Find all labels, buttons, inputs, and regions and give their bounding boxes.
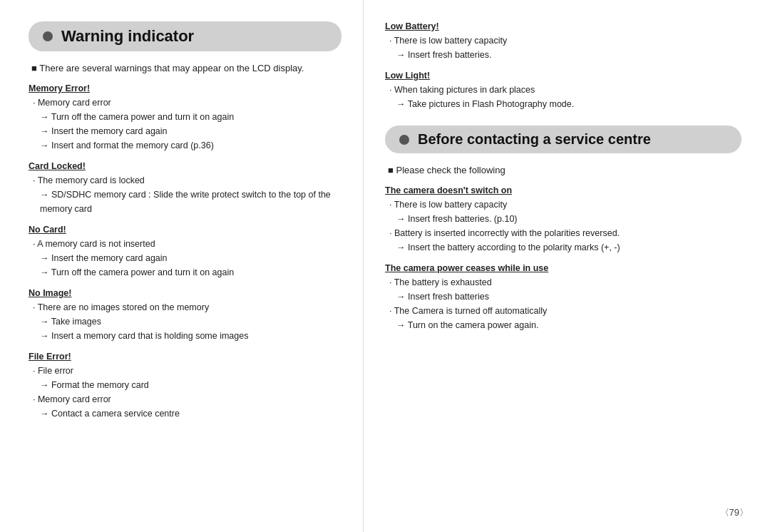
error-block: No Card!A memory card is not inserted→ I…: [29, 225, 342, 280]
error-item: → Turn on the camera power again.: [385, 318, 741, 332]
error-item: → Insert fresh batteries.: [385, 48, 741, 62]
error-item: → Insert and format the memory card (p.3…: [29, 138, 342, 153]
error-title: The camera doesn't switch on: [385, 185, 741, 195]
service-header-dot: [399, 135, 409, 145]
error-block: The camera power ceases while in useThe …: [385, 263, 741, 332]
error-title: Low Battery!: [385, 21, 741, 31]
right-column: Low Battery!There is low battery capacit…: [364, 0, 770, 532]
page: Warning indicator There are several warn…: [0, 0, 770, 532]
error-item: → Format the memory card: [29, 378, 342, 392]
error-title: The camera power ceases while in use: [385, 263, 741, 273]
error-item: → Insert the memory card again: [29, 251, 342, 265]
error-item: There are no images stored on the memory: [29, 300, 342, 314]
error-title: Card Locked!: [29, 161, 342, 171]
service-intro: Please check the following: [385, 165, 741, 175]
error-title: File Error!: [29, 352, 342, 362]
warning-blocks: Memory Error!Memory card error→ Turn off…: [29, 83, 342, 421]
error-item: → Take pictures in Flash Photography mod…: [385, 97, 741, 111]
warning-header: Warning indicator: [29, 21, 342, 51]
error-item: The memory card is locked: [29, 173, 342, 188]
error-item: Memory card error: [29, 392, 342, 406]
error-title: No Image!: [29, 288, 342, 298]
error-item: Memory card error: [29, 96, 342, 110]
error-block: Card Locked!The memory card is locked→ S…: [29, 161, 342, 216]
error-block: File Error!File error→ Format the memory…: [29, 352, 342, 421]
error-title: Memory Error!: [29, 83, 342, 93]
error-title: No Card!: [29, 225, 342, 235]
error-item: → Take images: [29, 314, 342, 329]
error-block: Low Battery!There is low battery capacit…: [385, 21, 741, 62]
error-item: The battery is exhausted: [385, 275, 741, 290]
error-item: → Insert a memory card that is holding s…: [29, 329, 342, 343]
error-item: → Insert the battery according to the po…: [385, 240, 741, 255]
error-item: There is low battery capacity: [385, 198, 741, 212]
warning-title: Warning indicator: [61, 27, 194, 46]
service-title: Before contacting a service centre: [418, 131, 651, 148]
header-dot: [43, 31, 53, 41]
error-item: → Insert the memory card again: [29, 124, 342, 138]
error-item: File error: [29, 364, 342, 378]
left-column: Warning indicator There are several warn…: [0, 0, 364, 532]
error-item: There is low battery capacity: [385, 34, 741, 48]
error-title: Low Light!: [385, 71, 741, 81]
error-block: No Image!There are no images stored on t…: [29, 288, 342, 343]
error-item: → Insert fresh batteries: [385, 290, 741, 304]
error-item: Battery is inserted incorrectly with the…: [385, 226, 741, 240]
error-item: → SD/SDHC memory card : Slide the write …: [29, 188, 342, 216]
error-item: → Contact a camera service centre: [29, 406, 342, 421]
error-item: The Camera is turned off automatically: [385, 304, 741, 318]
service-header: Before contacting a service centre: [385, 126, 741, 153]
error-block: Low Light!When taking pictures in dark p…: [385, 71, 741, 111]
warning-intro: There are several warnings that may appe…: [29, 63, 342, 73]
service-blocks: The camera doesn't switch onThere is low…: [385, 185, 741, 332]
error-item: A memory card is not inserted: [29, 237, 342, 251]
error-block: The camera doesn't switch onThere is low…: [385, 185, 741, 255]
error-item: → Turn off the camera power and turn it …: [29, 265, 342, 280]
page-number: 〈79〉: [720, 506, 749, 519]
error-block: Memory Error!Memory card error→ Turn off…: [29, 83, 342, 153]
right-top-blocks: Low Battery!There is low battery capacit…: [385, 21, 741, 111]
error-item: → Insert fresh batteries. (p.10): [385, 212, 741, 226]
error-item: When taking pictures in dark places: [385, 83, 741, 97]
error-item: → Turn off the camera power and turn it …: [29, 110, 342, 124]
